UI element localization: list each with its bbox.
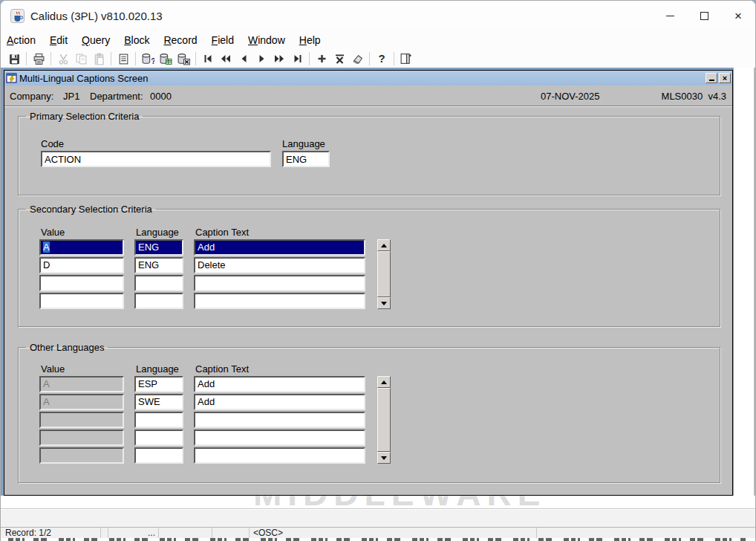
menu-record[interactable]: Record (163, 34, 197, 46)
language-cell[interactable]: ESP (134, 376, 183, 392)
cut-icon[interactable] (54, 51, 72, 67)
clear-record-icon[interactable] (348, 51, 366, 67)
save-icon[interactable] (5, 51, 23, 67)
secondary-selection-legend: Secondary Selection Criteria (26, 204, 156, 215)
first-record-icon[interactable] (199, 51, 217, 67)
primary-selection-legend: Primary Selection Criteria (26, 111, 143, 122)
menu-window[interactable]: Window (248, 34, 285, 46)
caption-cell[interactable] (194, 412, 365, 428)
paste-icon[interactable] (90, 51, 108, 67)
print-icon[interactable] (30, 51, 48, 67)
mdi-background: Multi-Lingual Captions Screen × Company:… (1, 68, 734, 496)
menu-query[interactable]: Query (82, 34, 110, 46)
table-row: DENGDelete (39, 257, 365, 273)
status-bar: Record: 1/2 ... <OSC> (1, 527, 755, 538)
osc-indicator: <OSC> (250, 528, 537, 538)
execute-query-icon[interactable] (157, 51, 175, 67)
table-row (39, 275, 365, 291)
secondary-col-language: Language (136, 227, 179, 238)
scroll-down-button[interactable] (377, 452, 391, 464)
language-cell[interactable]: SWE (134, 394, 183, 410)
window-title: Calidus (3PL) v810.020.13 (30, 10, 163, 22)
value-cell[interactable] (39, 275, 124, 291)
other-languages-grid: AESPAddASWEAdd (39, 376, 365, 465)
menu-edit[interactable]: Edit (50, 34, 68, 46)
scroll-up-button[interactable] (377, 239, 391, 251)
cancel-query-icon[interactable] (175, 51, 192, 67)
delete-record-icon[interactable] (330, 51, 348, 67)
caption-cell[interactable] (194, 447, 365, 464)
record-indicator: Record: 1/2 (1, 528, 101, 538)
value-cell[interactable] (39, 412, 124, 428)
value-cell[interactable] (39, 447, 124, 464)
next-block-icon[interactable] (270, 51, 288, 67)
menu-block[interactable]: Block (124, 34, 149, 46)
maximize-button[interactable] (687, 1, 721, 30)
department-value: 0000 (150, 91, 172, 102)
scroll-thumb[interactable] (377, 388, 391, 452)
department-label: Department: (90, 91, 143, 102)
exit-icon[interactable] (397, 51, 415, 67)
language-cell[interactable]: ENG (134, 239, 183, 256)
toolbar-separator (50, 52, 51, 65)
language-cell[interactable] (134, 275, 183, 291)
language-cell[interactable] (134, 293, 183, 309)
help-icon[interactable]: ? (373, 51, 391, 67)
value-cell[interactable] (39, 293, 124, 309)
code-input[interactable] (41, 151, 271, 167)
toolbar-separator (195, 52, 196, 65)
caption-cell[interactable] (194, 275, 365, 291)
language-input[interactable] (282, 151, 330, 167)
form-minimize-button[interactable] (706, 73, 717, 83)
language-cell[interactable] (134, 430, 183, 446)
java-coffee-cup-icon (10, 8, 25, 23)
other-languages-legend: Other Languages (26, 342, 108, 353)
copy-icon[interactable] (72, 51, 90, 67)
menu-field[interactable]: Field (212, 34, 234, 46)
caption-cell[interactable]: Add (194, 376, 365, 392)
previous-block-icon[interactable] (217, 51, 235, 67)
caption-cell[interactable] (194, 293, 365, 309)
language-cell[interactable] (134, 447, 183, 464)
scroll-up-button[interactable] (377, 376, 391, 388)
form-header: Company: JP1 Department: 0000 07-NOV-202… (4, 85, 732, 106)
form-close-button[interactable]: × (719, 73, 731, 83)
toolbar-separator (309, 52, 310, 65)
edit-icon[interactable] (114, 51, 132, 67)
form-window-icon (6, 73, 18, 84)
scroll-down-button[interactable] (377, 297, 391, 309)
menu-help[interactable]: Help (299, 34, 321, 46)
toolbar-separator (26, 52, 27, 65)
next-record-icon[interactable] (252, 51, 270, 67)
form-window: Multi-Lingual Captions Screen × Company:… (4, 70, 733, 496)
minimize-button[interactable] (653, 1, 687, 30)
arrow-up-icon (381, 380, 387, 384)
other-languages-group: Other Languages Value Language Caption T… (18, 342, 720, 483)
value-cell[interactable]: D (39, 257, 124, 273)
caption-cell[interactable]: Add (194, 394, 365, 410)
caption-cell[interactable] (194, 430, 365, 446)
value-cell[interactable] (39, 430, 124, 446)
form-window-titlebar[interactable]: Multi-Lingual Captions Screen × (4, 71, 732, 85)
caption-cell[interactable]: Delete (194, 257, 365, 273)
previous-record-icon[interactable] (235, 51, 252, 67)
status-segment (212, 528, 250, 538)
program-id: MLS0030 v4.3 (662, 91, 726, 102)
insert-record-icon[interactable] (313, 51, 330, 67)
company-label: Company: (10, 91, 53, 102)
value-cell[interactable]: A (39, 394, 124, 410)
window-controls: × (653, 1, 755, 30)
menu-action[interactable]: Action (7, 34, 36, 46)
last-record-icon[interactable] (288, 51, 306, 67)
caption-cell[interactable]: Add (194, 239, 365, 256)
secondary-scrollbar[interactable] (377, 239, 391, 309)
close-button[interactable]: × (721, 1, 755, 30)
close-icon: × (734, 10, 742, 22)
other-scrollbar[interactable] (377, 376, 391, 464)
enter-query-icon[interactable]: ? (139, 51, 157, 67)
scroll-thumb[interactable] (377, 251, 391, 297)
language-cell[interactable] (134, 412, 183, 428)
language-cell[interactable]: ENG (134, 257, 183, 273)
value-cell[interactable]: A (39, 239, 124, 256)
value-cell[interactable]: A (39, 376, 124, 392)
